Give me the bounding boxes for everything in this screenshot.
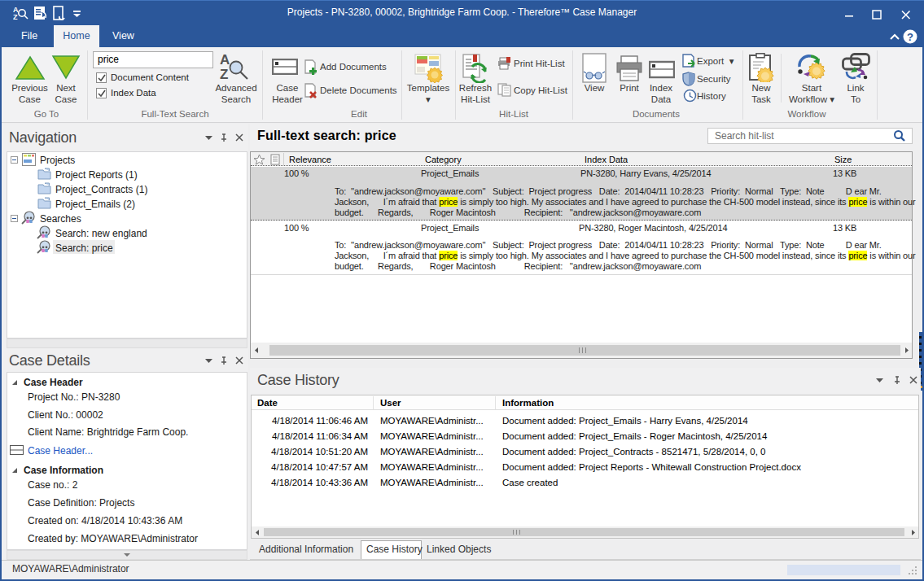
- svg-text:?: ?: [907, 31, 913, 43]
- svg-text:Z: Z: [220, 67, 228, 82]
- svg-text:Z: Z: [13, 13, 18, 21]
- svg-text:A: A: [220, 52, 230, 68]
